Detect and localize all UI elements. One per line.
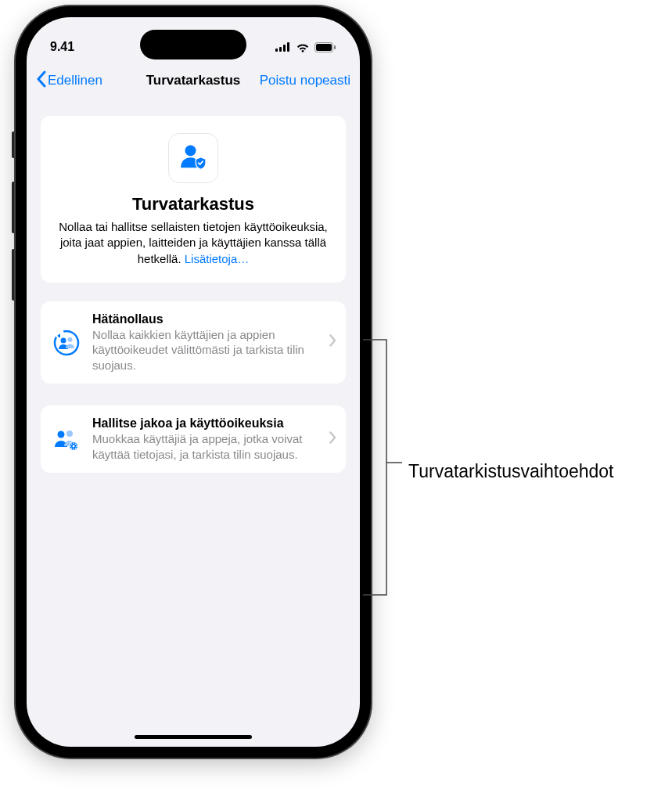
intro-title: Turvatarkastus xyxy=(53,194,333,214)
option-description: Muokkaa käyttäjiä ja appeja, jotka voiva… xyxy=(92,431,318,462)
content-area: Turvatarkastus Nollaa tai hallitse sella… xyxy=(27,99,360,473)
svg-point-11 xyxy=(68,337,73,342)
svg-point-9 xyxy=(52,329,81,357)
manage-sharing-option[interactable]: Hallitse jakoa ja käyttöoikeuksia Muokka… xyxy=(41,405,346,473)
svg-point-13 xyxy=(66,431,73,437)
home-indicator[interactable] xyxy=(135,735,252,739)
svg-line-24 xyxy=(75,444,76,445)
page-title: Turvatarkastus xyxy=(146,73,241,88)
svg-point-8 xyxy=(185,145,196,156)
svg-line-23 xyxy=(71,448,72,449)
safety-check-icon xyxy=(168,133,218,183)
learn-more-link[interactable]: Lisätietoja… xyxy=(185,252,250,265)
svg-line-22 xyxy=(75,448,76,449)
back-label: Edellinen xyxy=(48,73,102,88)
svg-rect-6 xyxy=(316,44,332,51)
svg-point-12 xyxy=(58,431,65,438)
option-title: Hallitse jakoa ja käyttöoikeuksia xyxy=(92,416,318,431)
option-title: Hätänollaus xyxy=(92,312,318,326)
chevron-right-icon xyxy=(329,431,336,448)
status-time: 9.41 xyxy=(50,40,74,54)
svg-rect-0 xyxy=(275,49,278,52)
emergency-reset-option[interactable]: Hätänollaus Nollaa kaikkien käyttäjien j… xyxy=(41,301,346,384)
quick-exit-button[interactable]: Poistu nopeasti xyxy=(260,73,350,88)
nav-bar: Edellinen Turvatarkastus Poistu nopeasti xyxy=(27,64,360,99)
phone-frame: 9.41 xyxy=(16,6,371,758)
option-description: Nollaa kaikkien käyttäjien ja appien käy… xyxy=(92,327,318,373)
svg-rect-7 xyxy=(334,45,336,49)
chevron-right-icon xyxy=(329,334,336,351)
manage-sharing-icon xyxy=(52,424,81,454)
svg-rect-1 xyxy=(279,47,282,52)
intro-card: Turvatarkastus Nollaa tai hallitse sella… xyxy=(41,116,346,283)
phone-screen: 9.41 xyxy=(27,17,360,747)
intro-body: Nollaa tai hallitse sellaisten tietojen … xyxy=(53,219,333,267)
cellular-signal-icon xyxy=(275,42,291,52)
annotation-callout: Turvatarkistusvaihtoehdot xyxy=(360,337,415,599)
svg-point-4 xyxy=(302,49,304,52)
chevron-left-icon xyxy=(36,70,46,91)
emergency-reset-icon xyxy=(52,328,81,358)
svg-rect-3 xyxy=(287,42,289,52)
svg-rect-2 xyxy=(283,45,286,52)
battery-icon xyxy=(314,42,336,52)
back-button[interactable]: Edellinen xyxy=(36,70,102,91)
wifi-icon xyxy=(296,42,310,52)
svg-line-21 xyxy=(71,444,72,445)
svg-point-16 xyxy=(73,445,75,448)
svg-point-10 xyxy=(61,337,66,343)
dynamic-island xyxy=(140,30,246,59)
annotation-label: Turvatarkistusvaihtoehdot xyxy=(408,461,614,482)
